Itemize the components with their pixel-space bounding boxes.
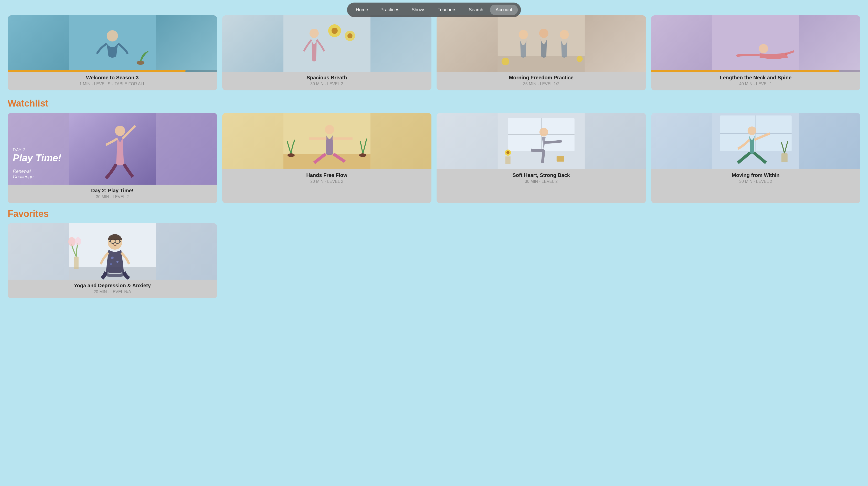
- favorites-section-header: Favorites: [8, 208, 860, 219]
- card-subtitle: 30 MIN - LEVEL 2: [10, 194, 215, 199]
- card-spacious-breath[interactable]: Spacious Breath 30 MIN - LEVEL 2: [222, 16, 432, 90]
- svg-rect-10: [498, 56, 585, 72]
- svg-rect-29: [505, 156, 510, 164]
- svg-point-22: [287, 153, 294, 157]
- play-time-overlay: DAY 2 Play Time! RenewalChallenge: [8, 113, 217, 185]
- card-moving-within[interactable]: Moving from Within 30 MIN - LEVEL 2: [651, 113, 861, 203]
- card-info: Spacious Breath 30 MIN - LEVEL 2: [222, 72, 432, 90]
- svg-point-2: [137, 61, 145, 65]
- svg-point-5: [331, 28, 338, 34]
- svg-rect-16: [712, 16, 799, 72]
- svg-point-17: [759, 44, 768, 53]
- card-info: Yoga and Depression & Anxiety 20 MIN - L…: [8, 280, 217, 298]
- card-play-time[interactable]: DAY 2 Play Time! RenewalChallenge Day 2:…: [8, 113, 217, 203]
- card-info: Morning Freedom Practice 35 MIN - LEVEL …: [437, 72, 646, 90]
- svg-rect-33: [557, 156, 564, 161]
- svg-rect-21: [283, 154, 370, 169]
- card-subtitle: 20 MIN - LEVEL N/A: [10, 290, 215, 294]
- card-info: Lengthen the Neck and Spine 40 MIN - LEV…: [651, 72, 861, 90]
- svg-point-7: [347, 33, 352, 38]
- progress-bar: [8, 70, 186, 72]
- card-thumbnail: [8, 16, 217, 72]
- card-subtitle: 20 MIN - LEVEL 2: [225, 179, 429, 184]
- card-subtitle: 30 MIN - LEVEL 2: [225, 82, 429, 86]
- nav-account[interactable]: Account: [490, 5, 518, 15]
- card-subtitle: 30 MIN - LEVEL 2: [654, 179, 858, 184]
- yoga-figure-svg: [651, 113, 861, 169]
- card-thumbnail: [222, 113, 432, 169]
- progress-bar: [651, 70, 840, 72]
- card-morning-freedom[interactable]: Morning Freedom Practice 35 MIN - LEVEL …: [437, 16, 646, 90]
- svg-point-8: [309, 29, 318, 38]
- svg-point-1: [107, 30, 118, 41]
- svg-point-39: [747, 126, 756, 135]
- card-info: Day 2: Play Time! 30 MIN - LEVEL 2: [8, 185, 217, 203]
- card-welcome-season3[interactable]: Welcome to Season 3 1 MIN - LEVEL SUITAB…: [8, 16, 217, 90]
- card-title: Yoga and Depression & Anxiety: [10, 283, 215, 288]
- favorites-row: Yoga and Depression & Anxiety 20 MIN - L…: [8, 223, 860, 298]
- svg-point-32: [539, 128, 548, 136]
- svg-point-52: [111, 256, 114, 259]
- svg-point-24: [359, 153, 366, 157]
- card-title: Day 2: Play Time!: [10, 188, 215, 193]
- svg-point-15: [577, 56, 583, 62]
- top-row: Welcome to Season 3 1 MIN - LEVEL SUITAB…: [8, 16, 860, 90]
- yoga-figure-svg: [437, 16, 646, 72]
- svg-rect-43: [74, 256, 79, 269]
- card-soft-heart[interactable]: Soft Heart, Strong Back 30 MIN - LEVEL 2: [437, 113, 646, 203]
- svg-point-23: [325, 125, 334, 134]
- card-lengthen[interactable]: Lengthen the Neck and Spine 40 MIN - LEV…: [651, 16, 861, 90]
- yoga-figure-svg: [222, 113, 432, 169]
- card-thumbnail: [437, 113, 646, 169]
- yoga-figure-svg: [437, 113, 646, 169]
- card-info: Hands Free Flow 20 MIN - LEVEL 2: [222, 169, 432, 188]
- card-title: Morning Freedom Practice: [439, 75, 644, 81]
- play-time-logo: RenewalChallenge: [13, 169, 212, 180]
- progress-bar-container: [651, 70, 861, 72]
- nav-search[interactable]: Search: [463, 5, 489, 15]
- card-title: Lengthen the Neck and Spine: [654, 75, 858, 81]
- play-time-title: Play Time!: [13, 153, 212, 163]
- yoga-figure-svg: [8, 16, 217, 72]
- navigation-bar: Home Practices Shows Teachers Search Acc…: [347, 3, 521, 17]
- yoga-figure-svg: [222, 16, 432, 72]
- nav-practices[interactable]: Practices: [375, 5, 405, 15]
- card-thumbnail: [8, 223, 217, 280]
- card-info: Welcome to Season 3 1 MIN - LEVEL SUITAB…: [8, 72, 217, 90]
- yoga-figure-svg: [651, 16, 861, 72]
- card-title: Hands Free Flow: [225, 172, 429, 178]
- card-title: Moving from Within: [654, 172, 858, 178]
- card-subtitle: 1 MIN - LEVEL SUITABLE FOR ALL: [10, 82, 215, 86]
- card-thumbnail: DAY 2 Play Time! RenewalChallenge: [8, 113, 217, 185]
- card-yoga-depression[interactable]: Yoga and Depression & Anxiety 20 MIN - L…: [8, 223, 217, 298]
- svg-point-45: [75, 237, 81, 245]
- card-subtitle: 30 MIN - LEVEL 2: [439, 179, 644, 184]
- svg-point-14: [502, 58, 509, 65]
- watchlist-row: DAY 2 Play Time! RenewalChallenge Day 2:…: [8, 113, 860, 203]
- svg-point-53: [117, 261, 119, 263]
- progress-bar-container: [8, 70, 217, 72]
- nav-shows[interactable]: Shows: [406, 5, 431, 15]
- card-subtitle: 40 MIN - LEVEL 1: [654, 82, 858, 86]
- card-thumbnail: [651, 113, 861, 169]
- card-thumbnail: [437, 16, 646, 72]
- svg-point-44: [68, 237, 75, 246]
- svg-point-11: [519, 30, 528, 39]
- card-hands-free[interactable]: Hands Free Flow 20 MIN - LEVEL 2: [222, 113, 432, 203]
- card-info: Moving from Within 30 MIN - LEVEL 2: [651, 169, 861, 188]
- svg-point-31: [506, 151, 509, 154]
- svg-point-54: [110, 263, 112, 265]
- yoga-figure-svg: [8, 223, 217, 280]
- card-title: Soft Heart, Strong Back: [439, 172, 644, 178]
- card-thumbnail: [222, 16, 432, 72]
- card-info: Soft Heart, Strong Back 30 MIN - LEVEL 2: [437, 169, 646, 188]
- svg-rect-3: [283, 16, 370, 72]
- nav-home[interactable]: Home: [350, 5, 374, 15]
- svg-rect-38: [781, 153, 787, 162]
- nav-teachers[interactable]: Teachers: [432, 5, 462, 15]
- play-time-day-label: DAY 2: [13, 148, 212, 152]
- card-subtitle: 35 MIN - LEVEL 1/2: [439, 82, 644, 86]
- svg-point-13: [560, 30, 569, 39]
- main-content: Welcome to Season 3 1 MIN - LEVEL SUITAB…: [0, 0, 868, 308]
- card-title: Welcome to Season 3: [10, 75, 215, 81]
